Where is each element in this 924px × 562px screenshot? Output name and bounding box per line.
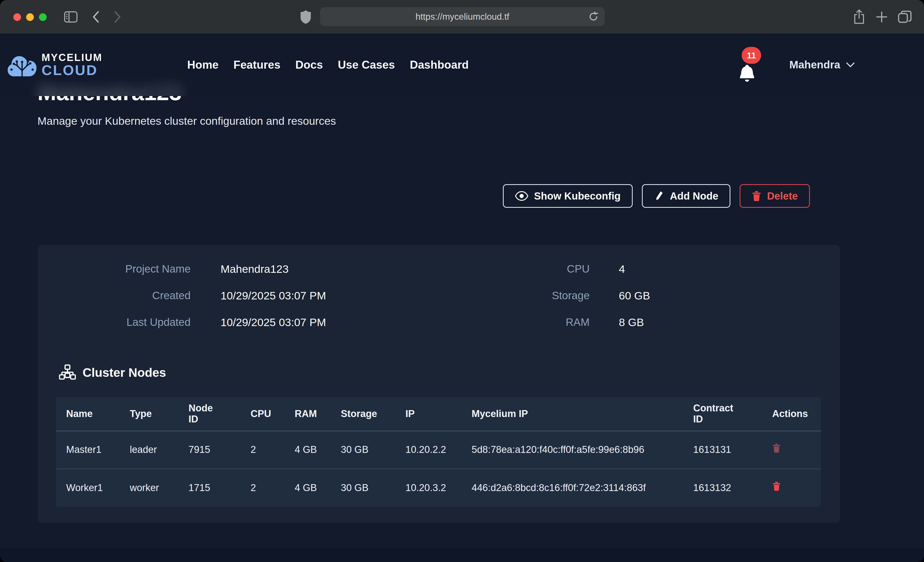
cell-name: Master1: [56, 431, 120, 469]
cluster-nodes-table: Name Type Node ID CPU RAM Storage IP Myc…: [56, 397, 821, 507]
trash-icon: [752, 190, 761, 202]
cell-name: Worker1: [56, 469, 120, 507]
cell-ip: 10.20.2.2: [395, 431, 461, 469]
ram-label: RAM: [430, 316, 590, 328]
col-contract-id: Contract ID: [683, 397, 762, 431]
last-updated-label: Last Updated: [38, 316, 190, 328]
mycelium-cloud-logo[interactable]: MYCELIUM CLOUD: [7, 52, 102, 78]
notifications-button[interactable]: 11: [736, 47, 765, 83]
notification-count-badge: 11: [742, 47, 761, 64]
tab-overview-icon[interactable]: [897, 0, 913, 34]
col-ip: IP: [395, 397, 461, 431]
nav-item-use-cases[interactable]: Use Cases: [338, 58, 395, 71]
logo-word-mycelium: MYCELIUM: [42, 52, 102, 63]
eye-icon: [515, 191, 528, 201]
show-kubeconfig-label: Show Kubeconfig: [534, 190, 621, 202]
page-subtitle: Manage your Kubernetes cluster configura…: [38, 115, 336, 127]
cloud-tree-logo-icon: [7, 52, 38, 78]
cpu-value: 4: [619, 263, 625, 275]
nav-item-docs[interactable]: Docs: [296, 58, 323, 71]
address-bar[interactable]: https://myceliumcloud.tf: [320, 7, 605, 26]
node-row-worker1: Worker1 worker 1715 2 4 GB 30 GB 10.20.3…: [56, 469, 821, 507]
cell-type: leader: [120, 431, 178, 469]
ram-value: 8 GB: [619, 316, 644, 329]
close-window-button[interactable]: [14, 13, 21, 21]
main-nav: Home Features Docs Use Cases Dashboard: [187, 34, 469, 96]
cell-node-id: 7915: [178, 431, 240, 469]
user-name: Mahendra: [789, 59, 840, 71]
delete-node-button[interactable]: [772, 481, 781, 492]
address-bar-url: https://myceliumcloud.tf: [416, 12, 509, 22]
storage-label: Storage: [430, 290, 590, 302]
cell-actions: [762, 431, 821, 469]
chevron-down-icon: [846, 62, 855, 68]
node-row-master1: Master1 leader 7915 2 4 GB 30 GB 10.20.2…: [56, 431, 821, 469]
browser-toolbar: https://myceliumcloud.tf: [0, 0, 924, 34]
delete-node-button[interactable]: [772, 442, 781, 453]
refresh-icon[interactable]: [588, 12, 598, 22]
add-node-button[interactable]: Add Node: [642, 184, 730, 208]
add-node-label: Add Node: [670, 190, 718, 202]
col-cpu: CPU: [240, 397, 284, 431]
user-menu[interactable]: Mahendra: [789, 34, 855, 96]
show-kubeconfig-button[interactable]: Show Kubeconfig: [503, 184, 633, 208]
network-topology-icon: [59, 364, 76, 381]
cluster-actions: Show Kubeconfig Add Node Delete: [0, 184, 810, 208]
col-type: Type: [120, 397, 178, 431]
cell-mycelium-ip: 5d8:78ea:a120:f40c:ff0f:a5fe:99e6:8b96: [461, 431, 683, 469]
created-label: Created: [38, 290, 190, 302]
cell-node-id: 1715: [178, 469, 240, 507]
cell-storage: 30 GB: [331, 469, 395, 507]
sidebar-toggle-icon[interactable]: [63, 0, 78, 34]
cell-actions: [762, 469, 821, 507]
col-actions: Actions: [762, 397, 821, 431]
cell-cpu: 2: [240, 431, 284, 469]
table-header-row: Name Type Node ID CPU RAM Storage IP Myc…: [56, 397, 821, 431]
cluster-nodes-title: Cluster Nodes: [82, 366, 166, 380]
col-mycelium-ip: Mycelium IP: [461, 397, 683, 431]
project-name-label: Project Name: [38, 263, 190, 275]
forward-button[interactable]: [111, 0, 124, 34]
privacy-shield-icon[interactable]: [298, 0, 314, 34]
share-icon[interactable]: [851, 0, 867, 34]
delete-label: Delete: [767, 190, 798, 202]
col-node-id: Node ID: [178, 397, 240, 431]
site-header: MYCELIUM CLOUD Home Features Docs Use Ca…: [0, 34, 924, 96]
cell-ram: 4 GB: [284, 469, 331, 507]
page-footer: [0, 548, 924, 562]
col-name: Name: [56, 397, 120, 431]
cell-mycelium-ip: 446:d2a6:8bcd:8c16:ff0f:72e2:3114:863f: [461, 469, 683, 507]
cell-cpu: 2: [240, 469, 284, 507]
cell-ram: 4 GB: [284, 431, 331, 469]
nav-item-dashboard[interactable]: Dashboard: [410, 58, 469, 71]
cpu-label: CPU: [430, 263, 590, 275]
cell-type: worker: [120, 469, 178, 507]
cluster-nodes-heading: Cluster Nodes: [59, 364, 166, 381]
project-name-value: Mahendra123: [220, 263, 288, 275]
nav-item-features[interactable]: Features: [233, 58, 280, 71]
logo-word-cloud: CLOUD: [42, 63, 102, 77]
minimize-window-button[interactable]: [26, 13, 34, 21]
cell-contract-id: 1613132: [683, 469, 762, 507]
created-value: 10/29/2025 03:07 PM: [220, 290, 326, 302]
last-updated-value: 10/29/2025 03:07 PM: [220, 316, 326, 329]
cell-ip: 10.20.3.2: [395, 469, 461, 507]
col-ram: RAM: [284, 397, 331, 431]
cell-contract-id: 1613131: [683, 431, 762, 469]
zoom-window-button[interactable]: [39, 13, 46, 21]
storage-value: 60 GB: [619, 290, 650, 302]
cell-storage: 30 GB: [331, 431, 395, 469]
cluster-details-card: Project Name Mahendra123 Created 10/29/2…: [38, 245, 840, 523]
pencil-icon: [654, 190, 664, 202]
nav-item-home[interactable]: Home: [187, 58, 219, 71]
delete-cluster-button[interactable]: Delete: [740, 184, 810, 208]
new-tab-icon[interactable]: [874, 0, 890, 34]
bell-icon: [739, 64, 756, 83]
browser-window: https://myceliumcloud.tf Mahendra123 Man…: [0, 0, 924, 562]
back-button[interactable]: [89, 0, 102, 34]
col-storage: Storage: [331, 397, 395, 431]
